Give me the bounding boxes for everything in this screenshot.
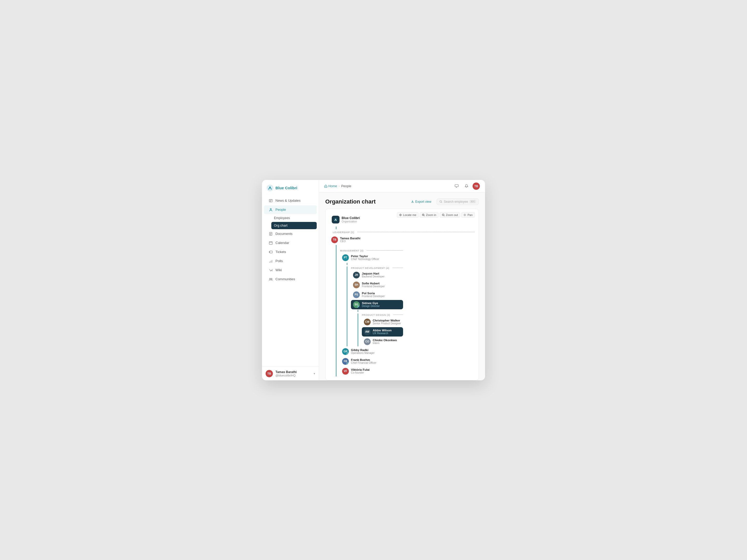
user-avatar-topbar[interactable]: TB (472, 183, 480, 190)
person-node-chioke[interactable]: CO Chioke Okonkwo Intern (362, 337, 403, 346)
newspaper-icon (269, 198, 273, 203)
person-node-sofie[interactable]: SH Sofie Hubert Frontend Developer (351, 280, 403, 290)
zoom-in-button[interactable]: Zoom in (420, 212, 439, 218)
locate-me-button[interactable]: Locate me (397, 212, 419, 218)
zoom-in-icon (422, 214, 424, 216)
sidebar-item-communities[interactable]: Communities (264, 275, 317, 284)
person-node-viktoria[interactable]: VF Viktória Fulai Co-founder (340, 367, 403, 376)
svg-point-37 (335, 218, 336, 219)
sidebar-item-wiki[interactable]: Wiki (264, 266, 317, 274)
footer-user-name: Tamas Barathi (276, 370, 311, 374)
avatar-viktoria: VF (342, 368, 349, 375)
nav-label-communities: Communities (276, 277, 295, 281)
logo-icon (267, 185, 274, 191)
nav-label-documents: Documents (276, 232, 292, 236)
notifications-button[interactable] (463, 183, 470, 190)
svg-point-6 (270, 209, 272, 210)
nav-label-employees: Employees (274, 216, 290, 220)
pan-icon (464, 214, 466, 216)
person-info-peter: Peter Taylor Chief Technology Officer (351, 255, 379, 261)
sidebar-item-orgchart[interactable]: Org chart (271, 222, 317, 229)
person-icon (269, 208, 273, 212)
section-leadership: LEADERSHIP (2) (333, 231, 475, 234)
search-box[interactable]: Search employee ⌘K (437, 198, 479, 205)
zoom-out-label: Zoom out (446, 213, 458, 216)
sidebar-item-people[interactable]: People (264, 205, 317, 214)
person-node-pol[interactable]: PS Pol Soria Frontend Developer (351, 290, 403, 299)
pan-button[interactable]: Pan (461, 212, 475, 218)
chat-button[interactable] (453, 183, 460, 190)
avatar-chioke: CO (364, 338, 371, 345)
zoom-in-label: Zoom in (426, 213, 436, 216)
avatar-frank: FB + (342, 358, 349, 365)
person-node-christopher[interactable]: CW Christopher Walker Senior Product Des… (362, 317, 403, 327)
person-info-tamas: Tamas Barathi CEO (340, 237, 360, 243)
sidebar-nav: News & Updates People Employees Org char… (262, 195, 319, 367)
search-icon (439, 200, 442, 203)
home-icon (324, 185, 327, 188)
person-node-sidnee[interactable]: SG + Sidnee Gye Design Director (351, 300, 403, 309)
avatar-sidnee: SG + (353, 301, 360, 308)
app-name: Blue Colibri (276, 186, 297, 190)
nav-label-wiki: Wiki (276, 268, 282, 272)
svg-point-1 (269, 186, 271, 188)
svg-rect-18 (272, 260, 272, 263)
sidebar: Blue Colibri News & Updates People (262, 180, 319, 380)
avatar-jaquon: JH (353, 272, 360, 278)
person-node-jaquon[interactable]: JH Jaquon Hart Backend Developer (351, 270, 403, 280)
person-node-abbie[interactable]: AW Abbie Wilson UX Research (362, 327, 403, 337)
bell-icon (465, 184, 468, 188)
sidebar-logo: Blue Colibri (262, 180, 319, 195)
ticket-icon (269, 250, 273, 254)
chat-icon (455, 184, 459, 188)
person-info-christopher: Christopher Walker Senior Product Design… (373, 319, 401, 325)
company-type: Organization (342, 220, 360, 223)
person-info-viktoria: Viktória Fulai Co-founder (351, 368, 369, 374)
sidebar-item-employees[interactable]: Employees (271, 214, 317, 222)
sidebar-item-calendar[interactable]: Calendar (264, 239, 317, 247)
main-content: Home › People TB (319, 180, 485, 380)
section-management: MANAGEMENT (3) (340, 249, 403, 252)
breadcrumb-separator: › (338, 184, 339, 188)
sidebar-item-documents[interactable]: Documents (264, 230, 317, 238)
locate-icon (399, 214, 402, 216)
export-button[interactable]: Export view (409, 198, 434, 205)
nav-label-calendar: Calendar (276, 241, 289, 245)
zoom-out-button[interactable]: Zoom out (440, 212, 460, 218)
svg-point-20 (271, 278, 272, 279)
sidebar-item-polls[interactable]: Polls (264, 257, 317, 265)
person-info-jaquon: Jaquon Hart Backend Developer (362, 272, 384, 278)
svg-rect-15 (270, 251, 272, 253)
search-placeholder: Search employee (444, 200, 468, 204)
person-node-peter[interactable]: PT Peter Taylor Chief Technology Officer (340, 253, 403, 262)
breadcrumb-home[interactable]: Home (324, 184, 337, 188)
company-avatar (332, 216, 339, 223)
org-chart-scroll[interactable]: Blue Colibri Organization LEADERSHIP (2) (326, 209, 479, 380)
sidebar-item-tickets[interactable]: Tickets (264, 247, 317, 257)
add-badge-frank: + (346, 363, 349, 365)
add-badge-gibby: + (346, 353, 349, 355)
person-node-tamas[interactable]: TB Tamas Barathi CEO (329, 235, 362, 244)
calendar-icon (269, 241, 273, 245)
breadcrumb: Home › People (324, 184, 351, 188)
avatar-abbie: AW (364, 328, 371, 335)
person-node-frank[interactable]: FB + Frank Boehm Chief Financial Officer (340, 357, 403, 366)
header-right: Export view Search employee ⌘K (409, 198, 479, 205)
person-info-chioke: Chioke Okonkwo Intern (373, 339, 397, 345)
avatar-tamas: TB (331, 236, 338, 243)
company-node[interactable]: Blue Colibri Organization (329, 214, 362, 225)
app-window: Blue Colibri News & Updates People (262, 180, 485, 380)
sidebar-footer[interactable]: TB Tamas Barathi @bluecolibriHQ ▾ (262, 367, 319, 380)
sidebar-item-news[interactable]: News & Updates (264, 196, 317, 205)
export-icon (411, 200, 414, 203)
topbar: Home › People TB (319, 180, 485, 193)
nav-label-tickets: Tickets (276, 250, 286, 254)
person-info-abbie: Abbie Wilson UX Research (373, 329, 392, 335)
person-info-gibby: Gibby Radki Operations Manager (351, 348, 375, 354)
person-node-gibby[interactable]: GR + Gibby Radki Operations Manager (340, 347, 403, 356)
topbar-actions: TB (453, 183, 480, 190)
org-toolbar: Locate me Zoom in (397, 212, 475, 218)
footer-user-handle: @bluecolibriHQ (276, 374, 311, 377)
avatar-pol: PS (353, 291, 360, 298)
page-header: Organization chart Export view (325, 198, 479, 205)
